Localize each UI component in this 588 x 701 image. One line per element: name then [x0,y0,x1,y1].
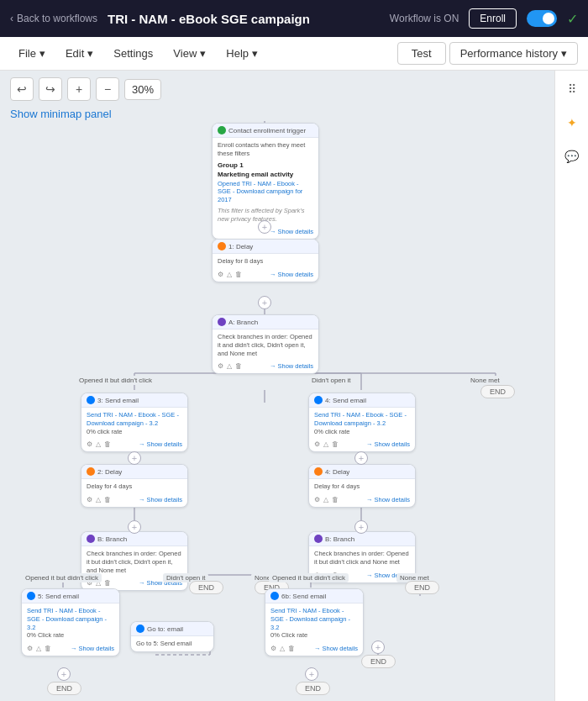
node-body: Go to 5: Send email [131,636,213,651]
branch-label-l2-opened: Opened it but didn't click [22,573,102,582]
node-body: Delay for 4 days [81,479,187,494]
test-button[interactable]: Test [397,42,446,65]
node-header: 4: Delay [309,465,415,479]
workflow-canvas[interactable]: ↩ ↪ + − 30% Show minimap panel Contact e… [0,71,588,701]
node-body: Send TRI - NAM - Ebook - SGE - Download … [81,408,187,439]
node-icon [87,396,95,404]
branch1-node[interactable]: A: Branch Check branches in order: Opene… [212,314,319,374]
node-header: B: Branch [309,532,415,546]
node-header: 2: Delay [81,465,187,479]
zoom-in-button[interactable]: + [67,77,91,101]
end-node-bottom-left: END [47,682,81,695]
node-footer: ⚙ △ 🗑 → Show details [309,439,415,451]
send-email-6b-node[interactable]: 6b: Send email Send TRI - NAM - Ebook - … [265,588,364,656]
add-connector-2[interactable]: + [258,296,271,309]
end-node-top-right: END [480,385,515,398]
node-header: 3: Send email [81,393,187,408]
node-footer: ⚙ △ 🗑 → Show details [81,439,187,451]
node-icon [314,467,323,476]
grid-icon[interactable]: ⠿ [560,77,584,101]
node-body: Check branches in order: Opened it but d… [309,546,415,570]
send-email-3-node[interactable]: 3: Send email Send TRI - NAM - Ebook - S… [81,393,188,452]
delay1-node[interactable]: 1: Delay Delay for 8 days ⚙ △ 🗑 → Show d… [212,239,319,282]
add-connector-bottom-left[interactable]: + [57,667,71,681]
sparkle-icon[interactable]: ✦ [560,111,584,134]
add-connector-right-1[interactable]: + [354,451,368,465]
node-icon [270,592,279,600]
chat-icon[interactable]: 💬 [560,145,584,168]
show-details-link[interactable]: → Show details [366,496,410,503]
delay3-node[interactable]: 4: Delay Delay for 4 days ⚙ △ 🗑 → Show d… [308,464,416,508]
show-details-link[interactable]: → Show details [314,645,358,652]
workflow-title: TRI - NAM - eBook SGE campaign [108,12,380,26]
chevron-down-icon: ▾ [87,47,93,60]
menu-help[interactable]: Help ▾ [218,42,266,65]
show-details-link[interactable]: → Show details [71,645,114,652]
node-footer: ⚙ △ 🗑 → Show details [213,269,318,282]
add-connector-left-1[interactable]: + [128,451,141,465]
chevron-down-icon: ▾ [252,47,258,60]
end-node-bottom-right: END [296,682,330,695]
node-header: Go to: email [131,622,213,636]
send-email-5-node[interactable]: 5: Send email Send TRI - NAM - Ebook - S… [21,588,120,656]
redo-button[interactable]: ↪ [39,77,62,101]
node-icon [136,625,144,633]
add-connector-bottom-right[interactable]: + [305,667,318,681]
show-details-link[interactable]: → Show details [270,362,313,370]
zoom-out-button[interactable]: − [96,77,119,101]
node-body: Send TRI - NAM - Ebook - SGE - Download … [309,408,415,439]
back-button[interactable]: ‹ Back to workflows [10,13,97,24]
menu-view[interactable]: View ▾ [165,42,214,65]
node-body: Send TRI - NAM - Ebook - SGE - Download … [265,603,363,643]
chevron-down-icon: ▾ [39,47,45,60]
top-navigation: ‹ Back to workflows TRI - NAM - eBook SG… [0,0,588,37]
send-email-4-node[interactable]: 4: Send email Send TRI - NAM - Ebook - S… [308,393,416,452]
right-side-panel: ⠿ ✦ 💬 [554,71,588,701]
node-icon [87,535,95,543]
show-details-link[interactable]: → Show details [270,271,313,278]
zoom-level: 30% [124,79,161,100]
node-icon [87,467,95,476]
add-connector-right-2[interactable]: + [354,520,368,534]
workflow-status: Workflow is ON [390,13,459,24]
node-icon [314,535,323,543]
node-footer: ⚙ △ 🗑 → Show details [265,643,363,656]
goto-email-node[interactable]: Go to: email Go to 5: Send email [130,621,214,652]
add-connector-bottom-mid[interactable]: + [371,640,385,654]
check-icon: ✓ [567,11,578,27]
node-header: 4: Send email [309,393,415,408]
branch-label-opened: Opened it but didn't click [76,376,155,385]
branch-label-none-met: None met [467,376,503,385]
node-footer: ⚙ △ 🗑 → Show details [213,361,318,373]
menu-bar: File ▾ Edit ▾ Settings View ▾ Help ▾ Tes… [0,37,588,71]
show-details-link[interactable]: → Show details [139,496,182,503]
node-header: 1: Delay [213,240,318,254]
node-footer: ⚙ △ 🗑 → Show details [309,494,415,507]
node-icon [27,592,35,600]
node-header: A: Branch [213,315,318,329]
delay2-node[interactable]: 2: Delay Delay for 4 days ⚙ △ 🗑 → Show d… [81,464,188,508]
node-footer: ⚙ △ 🗑 → Show details [22,643,119,656]
chevron-down-icon: ▾ [200,47,206,60]
add-connector-1[interactable]: + [258,220,271,234]
undo-button[interactable]: ↩ [10,77,34,101]
menu-edit[interactable]: Edit ▾ [57,42,102,65]
menu-settings[interactable]: Settings [105,42,161,65]
show-details-link[interactable]: → Show details [366,440,410,448]
node-header: 6b: Send email [265,589,363,603]
node-body: Delay for 4 days [309,479,415,494]
show-details-link[interactable]: → Show details [139,440,182,448]
node-body: Send TRI - NAM - Ebook - SGE - Download … [22,603,119,643]
node-icon [218,126,226,134]
workflow-toggle[interactable] [527,10,557,27]
show-details-link[interactable]: → Show details [270,228,313,235]
node-icon [314,396,323,404]
performance-history-button[interactable]: Performance history ▾ [449,42,578,65]
node-body: Check branches in order: Opened it and d… [213,329,318,361]
add-connector-left-2[interactable]: + [128,520,141,534]
node-footer: ⚙ △ 🗑 → Show details [81,494,187,507]
enroll-button[interactable]: Enroll [469,8,517,29]
menu-file[interactable]: File ▾ [10,42,54,65]
end-node-bottom-mid: END [361,655,396,668]
show-minimap-button[interactable]: Show minimap panel [10,108,112,120]
